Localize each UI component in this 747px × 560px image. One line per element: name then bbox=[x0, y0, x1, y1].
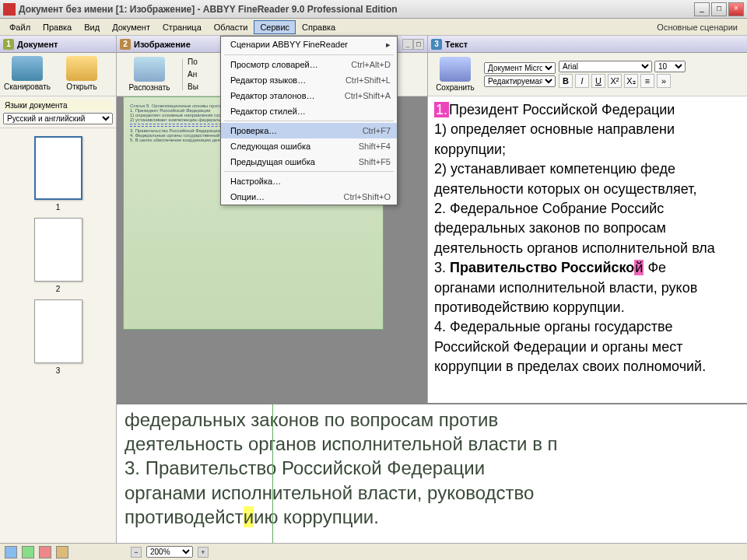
status-icon[interactable] bbox=[39, 546, 51, 558]
menu-item[interactable]: Редактор стилей… bbox=[221, 103, 397, 119]
menu-item[interactable]: Настройка… bbox=[221, 173, 397, 189]
save-button[interactable]: Сохранить bbox=[430, 55, 481, 93]
menu-item[interactable]: Опции…Ctrl+Shift+O bbox=[221, 189, 397, 205]
thumb-page-1[interactable] bbox=[34, 136, 82, 200]
pane-header-document: 1 Документ bbox=[0, 36, 116, 53]
thumbnails: 1 2 3 bbox=[0, 128, 116, 543]
zoom-out-icon[interactable]: − bbox=[131, 547, 142, 558]
pane-number-icon: 3 bbox=[431, 39, 442, 50]
open-button[interactable]: Открыть bbox=[56, 54, 107, 94]
super-button[interactable]: X² bbox=[608, 74, 622, 88]
status-icon[interactable] bbox=[5, 546, 17, 558]
menu-item[interactable]: Предыдущая ошибкаShift+F5 bbox=[221, 154, 397, 170]
menu-areas[interactable]: Области bbox=[208, 20, 254, 34]
menu-edit[interactable]: Правка bbox=[37, 20, 78, 34]
bold-button[interactable]: B bbox=[559, 74, 573, 88]
menu-item[interactable]: Редактор эталонов…Ctrl+Shift+A bbox=[221, 88, 397, 103]
sub-button[interactable]: X₂ bbox=[624, 74, 638, 88]
pane-title: Текст bbox=[445, 40, 468, 49]
pane-number-icon: 1 bbox=[3, 39, 14, 50]
title-bar: Документ без имени [1: Изображение] - AB… bbox=[0, 0, 747, 19]
folder-icon bbox=[66, 56, 97, 81]
menu-document[interactable]: Документ bbox=[106, 20, 156, 34]
menu-item[interactable]: Следующая ошибкаShift+F4 bbox=[221, 138, 397, 154]
sidebar-document: 1 Документ Сканировать Открыть Языки док… bbox=[0, 36, 117, 543]
thumb-page-2[interactable] bbox=[34, 218, 82, 282]
sidebar-toolbar: Сканировать Открыть bbox=[0, 53, 116, 96]
pane-max-icon[interactable]: □ bbox=[413, 39, 424, 50]
scanner-icon bbox=[12, 56, 43, 81]
menu-view[interactable]: Вид bbox=[78, 20, 106, 34]
mode-select[interactable]: Редактируемая bbox=[484, 75, 556, 87]
menu-item[interactable]: Редактор языков…Ctrl+Shift+L bbox=[221, 72, 397, 88]
scan-button[interactable]: Сканировать bbox=[2, 54, 53, 94]
menu-scenarios-link[interactable]: Основные сценарии bbox=[651, 20, 744, 34]
pane-title: Изображение bbox=[134, 40, 191, 49]
tool-vy[interactable]: Вы bbox=[184, 81, 202, 93]
size-select[interactable]: 10 bbox=[654, 61, 686, 72]
align-left-button[interactable]: ≡ bbox=[640, 74, 654, 88]
thumb-page-3[interactable] bbox=[34, 299, 82, 363]
window-title: Документ без имени [1: Изображение] - AB… bbox=[19, 4, 693, 15]
status-icon[interactable] bbox=[56, 546, 68, 558]
tool-po[interactable]: По bbox=[184, 56, 202, 68]
menu-page[interactable]: Страница bbox=[156, 20, 208, 34]
recognize-icon bbox=[134, 57, 165, 82]
enlarged-view[interactable]: федеральных законов по вопросам противде… bbox=[117, 403, 747, 543]
pane-min-icon[interactable]: _ bbox=[402, 39, 413, 50]
zoom-in-icon[interactable]: + bbox=[198, 547, 209, 558]
pane-header-text: 3 Текст bbox=[428, 36, 747, 53]
menu-item[interactable]: Сценарии ABBYY FineReader bbox=[221, 37, 397, 53]
menu-service[interactable]: Сервис bbox=[254, 20, 296, 34]
format-select[interactable]: Документ Micro bbox=[484, 62, 556, 74]
underline-button[interactable]: U bbox=[591, 74, 605, 88]
minimize-button[interactable]: _ bbox=[694, 2, 710, 16]
text-toolbar: Сохранить Документ Micro Редактируемая A… bbox=[428, 53, 747, 96]
recognize-button[interactable]: Распознать bbox=[118, 55, 181, 93]
save-icon bbox=[440, 57, 471, 82]
status-bar: − 200% + bbox=[0, 543, 747, 560]
font-select[interactable]: Arial bbox=[559, 61, 652, 72]
language-label: Языки документа bbox=[3, 100, 113, 111]
status-zoom-select[interactable]: 200% bbox=[146, 546, 193, 558]
maximize-button[interactable]: □ bbox=[711, 2, 727, 16]
language-select[interactable]: Русский и английский bbox=[3, 113, 113, 124]
status-icon[interactable] bbox=[22, 546, 34, 558]
more-button[interactable]: » bbox=[657, 74, 671, 88]
italic-button[interactable]: I bbox=[575, 74, 589, 88]
app-icon bbox=[3, 3, 16, 16]
language-box: Языки документа Русский и английский bbox=[0, 96, 116, 128]
pane-title: Документ bbox=[17, 40, 58, 49]
menu-file[interactable]: Файл bbox=[3, 20, 37, 34]
service-menu-dropdown: Сценарии ABBYY FineReaderПросмотр словар… bbox=[220, 36, 398, 205]
menu-item[interactable]: Просмотр словарей…Ctrl+Alt+D bbox=[221, 57, 397, 72]
pane-number-icon: 2 bbox=[120, 39, 131, 50]
menu-help[interactable]: Справка bbox=[296, 20, 342, 34]
tool-an[interactable]: Ан bbox=[184, 68, 202, 80]
close-button[interactable]: × bbox=[728, 2, 744, 16]
menu-bar: Файл Правка Вид Документ Страница Област… bbox=[0, 19, 747, 36]
menu-item[interactable]: Проверка…Ctrl+F7 bbox=[221, 123, 397, 138]
